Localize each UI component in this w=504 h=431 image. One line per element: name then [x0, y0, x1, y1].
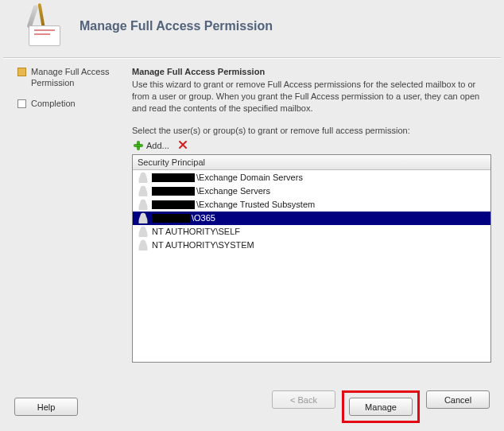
user-icon — [138, 172, 149, 183]
redacted-text — [152, 173, 195, 182]
manage-button[interactable]: Manage — [349, 398, 413, 416]
add-button-label: Add... — [146, 141, 169, 150]
manage-highlight: Manage — [342, 390, 420, 423]
list-toolbar: Add... — [132, 138, 491, 153]
list-item[interactable]: NT AUTHORITY\SELF — [133, 225, 490, 239]
step-label: Manage Full Access Permission — [31, 67, 119, 89]
mailbox-tools-icon — [22, 6, 62, 46]
section-description: Use this wizard to grant or remove Full … — [132, 79, 491, 115]
x-icon — [178, 140, 188, 149]
redacted-text — [152, 187, 195, 196]
plus-icon — [133, 140, 144, 151]
list-item-label: \Exchange Trusted Subsystem — [196, 200, 315, 209]
wizard-header: Manage Full Access Permission — [0, 0, 504, 57]
redacted-text — [152, 200, 195, 209]
security-principal-list[interactable]: Security Principal \Exchange Domain Serv… — [132, 154, 491, 363]
instruction-text: Select the user(s) or group(s) to grant … — [132, 126, 491, 135]
list-column-header[interactable]: Security Principal — [133, 155, 490, 170]
list-item[interactable]: NT AUTHORITY\SYSTEM — [133, 239, 490, 252]
step-pending-icon — [17, 99, 26, 108]
list-item[interactable]: \O365 — [133, 212, 490, 225]
wizard-step-0[interactable]: Manage Full Access Permission — [17, 67, 119, 89]
list-item-label: \Exchange Servers — [196, 186, 270, 196]
step-active-icon — [17, 68, 26, 76]
list-item-label: NT AUTHORITY\SELF — [152, 227, 240, 236]
wizard-main-panel: Manage Full Access Permission Use this w… — [126, 67, 504, 363]
help-button[interactable]: Help — [14, 398, 78, 416]
user-icon — [138, 239, 149, 250]
list-item[interactable]: \Exchange Servers — [133, 184, 490, 198]
list-item-label: NT AUTHORITY\SYSTEM — [152, 240, 254, 250]
back-button: < Back — [272, 390, 335, 409]
user-icon — [138, 199, 149, 210]
list-item-label: \O365 — [192, 213, 215, 223]
cancel-button[interactable]: Cancel — [426, 390, 490, 409]
list-item-label: \Exchange Domain Servers — [196, 173, 303, 182]
add-button[interactable]: Add... — [132, 138, 170, 153]
step-label: Completion — [31, 99, 76, 110]
page-title: Manage Full Access Permission — [79, 19, 273, 33]
user-icon — [138, 185, 149, 196]
list-item[interactable]: \Exchange Trusted Subsystem — [133, 198, 490, 212]
user-icon — [138, 226, 149, 237]
remove-button[interactable] — [176, 138, 189, 153]
wizard-step-1[interactable]: Completion — [17, 99, 119, 110]
list-item[interactable]: \Exchange Domain Servers — [133, 171, 490, 184]
user-icon — [138, 212, 149, 223]
svg-rect-1 — [134, 144, 143, 146]
redacted-text — [152, 214, 190, 223]
section-title: Manage Full Access Permission — [132, 67, 491, 76]
wizard-footer: Help < Back Manage Cancel — [0, 390, 504, 423]
wizard-steps-sidebar: Manage Full Access PermissionCompletion — [0, 67, 126, 363]
